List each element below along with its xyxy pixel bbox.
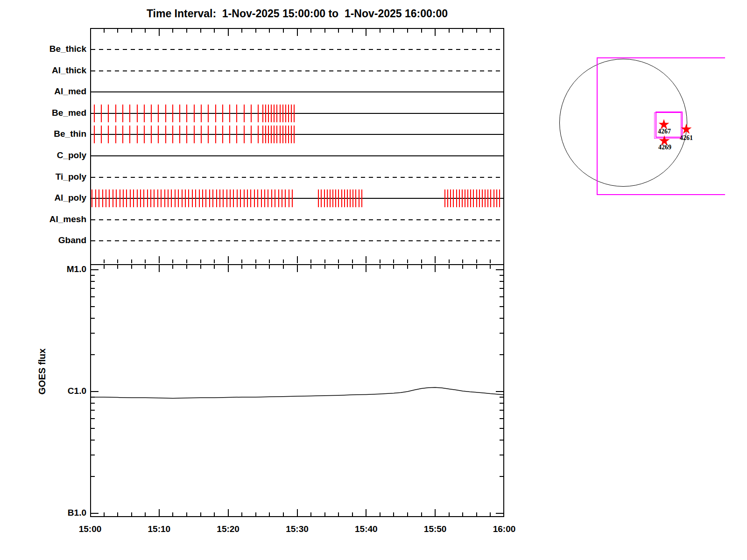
plot-canvas: Time Interval: 1-Nov-2025 15:00:00 to 1-… <box>0 0 747 560</box>
filter-row-label: Al_thick <box>16 65 86 76</box>
time-tick-label: 15:50 <box>414 524 456 534</box>
active-region-star <box>680 123 692 135</box>
star-icon <box>659 119 669 129</box>
filter-row-label: Al_poly <box>16 193 86 203</box>
active-region-star <box>658 119 670 131</box>
fov-box-small <box>655 112 683 138</box>
goes-ytick-label: C1.0 <box>49 386 86 396</box>
active-region-star <box>658 135 670 147</box>
time-tick-label: 15:30 <box>276 524 318 534</box>
time-tick-label: 15:10 <box>138 524 180 534</box>
fov-box-small <box>654 112 681 139</box>
filter-row-label: Ti_poly <box>16 172 86 182</box>
xrt-exposure-panel <box>90 28 504 264</box>
time-tick-label: 15:40 <box>345 524 387 534</box>
active-region-label: 4261 <box>680 134 693 142</box>
filter-row-label: C_poly <box>16 150 86 161</box>
time-tick-label: 15:20 <box>207 524 249 534</box>
goes-flux-axis-label: GOES flux <box>0 366 103 377</box>
fov-box-large <box>597 57 725 195</box>
filter-row-label: Be_thick <box>16 44 86 54</box>
active-region-label: 4269 <box>658 144 671 151</box>
goes-ytick-label: M1.0 <box>49 264 86 274</box>
solar-disk <box>559 59 687 187</box>
goes-flux-panel <box>90 264 504 517</box>
time-tick-label: 15:00 <box>69 524 111 534</box>
filter-row-label: Gband <box>16 235 86 245</box>
filter-row-label: Al_med <box>16 86 86 97</box>
star-icon <box>681 124 692 134</box>
plot-title: Time Interval: 1-Nov-2025 15:00:00 to 1-… <box>90 7 504 20</box>
goes-ytick-label: B1.0 <box>49 508 86 518</box>
active-region-label: 4267 <box>658 128 671 135</box>
filter-row-label: Al_mesh <box>16 214 86 224</box>
time-tick-label: 16:00 <box>483 524 525 534</box>
filter-row-label: Be_med <box>16 108 86 118</box>
filter-row-label: Be_thin <box>16 129 86 139</box>
star-icon <box>659 135 670 146</box>
